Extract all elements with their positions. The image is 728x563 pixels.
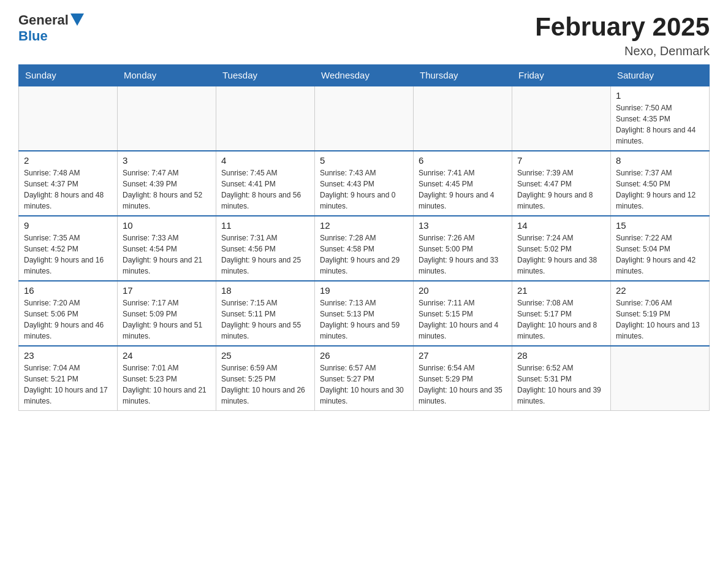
day-number: 27 [419, 350, 507, 361]
day-cell-1-1: 3Sunrise: 7:47 AMSunset: 4:39 PMDaylight… [118, 151, 216, 216]
day-number: 11 [221, 220, 309, 231]
day-info: Sunrise: 7:41 AMSunset: 4:45 PMDaylight:… [419, 167, 507, 212]
day-cell-1-3: 5Sunrise: 7:43 AMSunset: 4:43 PMDaylight… [315, 151, 414, 216]
day-info: Sunrise: 7:13 AMSunset: 5:13 PMDaylight:… [320, 297, 408, 342]
header-friday: Friday [512, 65, 611, 86]
week-row-4: 23Sunrise: 7:04 AMSunset: 5:21 PMDayligh… [19, 346, 710, 411]
day-info: Sunrise: 7:24 AMSunset: 5:02 PMDaylight:… [517, 232, 605, 277]
day-info: Sunrise: 7:39 AMSunset: 4:47 PMDaylight:… [517, 167, 605, 212]
day-cell-0-6: 1Sunrise: 7:50 AMSunset: 4:35 PMDaylight… [611, 86, 710, 151]
day-cell-2-0: 9Sunrise: 7:35 AMSunset: 4:52 PMDaylight… [19, 216, 118, 281]
day-number: 10 [123, 220, 211, 231]
day-number: 15 [616, 220, 704, 231]
day-number: 22 [616, 285, 704, 296]
day-info: Sunrise: 7:20 AMSunset: 5:06 PMDaylight:… [24, 297, 112, 342]
logo-arrow-icon [70, 13, 84, 26]
day-cell-1-4: 6Sunrise: 7:41 AMSunset: 4:45 PMDaylight… [414, 151, 512, 216]
day-cell-3-1: 17Sunrise: 7:17 AMSunset: 5:09 PMDayligh… [118, 281, 216, 346]
day-cell-0-2 [216, 86, 315, 151]
day-number: 18 [221, 285, 309, 296]
page-title: February 2025 [535, 12, 710, 42]
header-saturday: Saturday [611, 65, 710, 86]
day-info: Sunrise: 6:52 AMSunset: 5:31 PMDaylight:… [517, 362, 605, 407]
day-number: 7 [517, 155, 605, 166]
day-number: 26 [320, 350, 408, 361]
day-info: Sunrise: 7:47 AMSunset: 4:39 PMDaylight:… [123, 167, 211, 212]
day-number: 24 [123, 350, 211, 361]
day-cell-3-3: 19Sunrise: 7:13 AMSunset: 5:13 PMDayligh… [315, 281, 414, 346]
day-info: Sunrise: 7:17 AMSunset: 5:09 PMDaylight:… [123, 297, 211, 342]
day-cell-3-6: 22Sunrise: 7:06 AMSunset: 5:19 PMDayligh… [611, 281, 710, 346]
day-cell-3-5: 21Sunrise: 7:08 AMSunset: 5:17 PMDayligh… [512, 281, 611, 346]
day-cell-3-0: 16Sunrise: 7:20 AMSunset: 5:06 PMDayligh… [19, 281, 118, 346]
day-info: Sunrise: 7:26 AMSunset: 5:00 PMDaylight:… [419, 232, 507, 277]
day-number: 23 [24, 350, 112, 361]
header-wednesday: Wednesday [315, 65, 414, 86]
day-cell-2-2: 11Sunrise: 7:31 AMSunset: 4:56 PMDayligh… [216, 216, 315, 281]
day-info: Sunrise: 7:48 AMSunset: 4:37 PMDaylight:… [24, 167, 112, 212]
day-info: Sunrise: 7:28 AMSunset: 4:58 PMDaylight:… [320, 232, 408, 277]
day-info: Sunrise: 7:43 AMSunset: 4:43 PMDaylight:… [320, 167, 408, 212]
day-info: Sunrise: 7:04 AMSunset: 5:21 PMDaylight:… [24, 362, 112, 407]
week-row-1: 2Sunrise: 7:48 AMSunset: 4:37 PMDaylight… [19, 151, 710, 216]
week-row-3: 16Sunrise: 7:20 AMSunset: 5:06 PMDayligh… [19, 281, 710, 346]
day-number: 20 [419, 285, 507, 296]
day-cell-3-4: 20Sunrise: 7:11 AMSunset: 5:15 PMDayligh… [414, 281, 512, 346]
day-cell-2-3: 12Sunrise: 7:28 AMSunset: 4:58 PMDayligh… [315, 216, 414, 281]
day-number: 13 [419, 220, 507, 231]
day-info: Sunrise: 7:45 AMSunset: 4:41 PMDaylight:… [221, 167, 309, 212]
day-info: Sunrise: 6:54 AMSunset: 5:29 PMDaylight:… [419, 362, 507, 407]
day-number: 6 [419, 155, 507, 166]
week-row-0: 1Sunrise: 7:50 AMSunset: 4:35 PMDaylight… [19, 86, 710, 151]
day-number: 28 [517, 350, 605, 361]
day-cell-4-6 [611, 346, 710, 411]
header-thursday: Thursday [414, 65, 512, 86]
day-cell-2-6: 15Sunrise: 7:22 AMSunset: 5:04 PMDayligh… [611, 216, 710, 281]
day-cell-1-5: 7Sunrise: 7:39 AMSunset: 4:47 PMDaylight… [512, 151, 611, 216]
day-cell-4-2: 25Sunrise: 6:59 AMSunset: 5:25 PMDayligh… [216, 346, 315, 411]
header-sunday: Sunday [19, 65, 118, 86]
day-cell-0-0 [19, 86, 118, 151]
logo-text-general: General [18, 12, 69, 28]
day-cell-2-4: 13Sunrise: 7:26 AMSunset: 5:00 PMDayligh… [414, 216, 512, 281]
day-info: Sunrise: 7:50 AMSunset: 4:35 PMDaylight:… [616, 102, 704, 147]
day-cell-4-1: 24Sunrise: 7:01 AMSunset: 5:23 PMDayligh… [118, 346, 216, 411]
day-cell-3-2: 18Sunrise: 7:15 AMSunset: 5:11 PMDayligh… [216, 281, 315, 346]
day-number: 1 [616, 90, 704, 101]
day-number: 3 [123, 155, 211, 166]
week-row-2: 9Sunrise: 7:35 AMSunset: 4:52 PMDaylight… [19, 216, 710, 281]
day-info: Sunrise: 7:01 AMSunset: 5:23 PMDaylight:… [123, 362, 211, 407]
day-cell-0-5 [512, 86, 611, 151]
day-info: Sunrise: 7:08 AMSunset: 5:17 PMDaylight:… [517, 297, 605, 342]
logo: General Blue [18, 12, 84, 44]
day-number: 19 [320, 285, 408, 296]
day-number: 5 [320, 155, 408, 166]
day-cell-4-5: 28Sunrise: 6:52 AMSunset: 5:31 PMDayligh… [512, 346, 611, 411]
day-info: Sunrise: 7:11 AMSunset: 5:15 PMDaylight:… [419, 297, 507, 342]
day-info: Sunrise: 6:59 AMSunset: 5:25 PMDaylight:… [221, 362, 309, 407]
day-number: 21 [517, 285, 605, 296]
day-cell-4-0: 23Sunrise: 7:04 AMSunset: 5:21 PMDayligh… [19, 346, 118, 411]
day-info: Sunrise: 6:57 AMSunset: 5:27 PMDaylight:… [320, 362, 408, 407]
day-cell-2-5: 14Sunrise: 7:24 AMSunset: 5:02 PMDayligh… [512, 216, 611, 281]
day-cell-1-2: 4Sunrise: 7:45 AMSunset: 4:41 PMDaylight… [216, 151, 315, 216]
day-info: Sunrise: 7:33 AMSunset: 4:54 PMDaylight:… [123, 232, 211, 277]
day-cell-0-1 [118, 86, 216, 151]
day-cell-4-3: 26Sunrise: 6:57 AMSunset: 5:27 PMDayligh… [315, 346, 414, 411]
day-number: 8 [616, 155, 704, 166]
day-number: 25 [221, 350, 309, 361]
logo-text-blue: Blue [18, 28, 48, 44]
day-info: Sunrise: 7:35 AMSunset: 4:52 PMDaylight:… [24, 232, 112, 277]
weekday-header-row: Sunday Monday Tuesday Wednesday Thursday… [19, 65, 710, 86]
day-info: Sunrise: 7:22 AMSunset: 5:04 PMDaylight:… [616, 232, 704, 277]
day-cell-1-6: 8Sunrise: 7:37 AMSunset: 4:50 PMDaylight… [611, 151, 710, 216]
header-monday: Monday [118, 65, 216, 86]
day-info: Sunrise: 7:06 AMSunset: 5:19 PMDaylight:… [616, 297, 704, 342]
title-section: February 2025 Nexo, Denmark [535, 12, 710, 58]
day-cell-1-0: 2Sunrise: 7:48 AMSunset: 4:37 PMDaylight… [19, 151, 118, 216]
day-cell-4-4: 27Sunrise: 6:54 AMSunset: 5:29 PMDayligh… [414, 346, 512, 411]
day-cell-2-1: 10Sunrise: 7:33 AMSunset: 4:54 PMDayligh… [118, 216, 216, 281]
day-number: 9 [24, 220, 112, 231]
calendar-table: Sunday Monday Tuesday Wednesday Thursday… [18, 64, 710, 411]
page-subtitle: Nexo, Denmark [535, 44, 710, 58]
